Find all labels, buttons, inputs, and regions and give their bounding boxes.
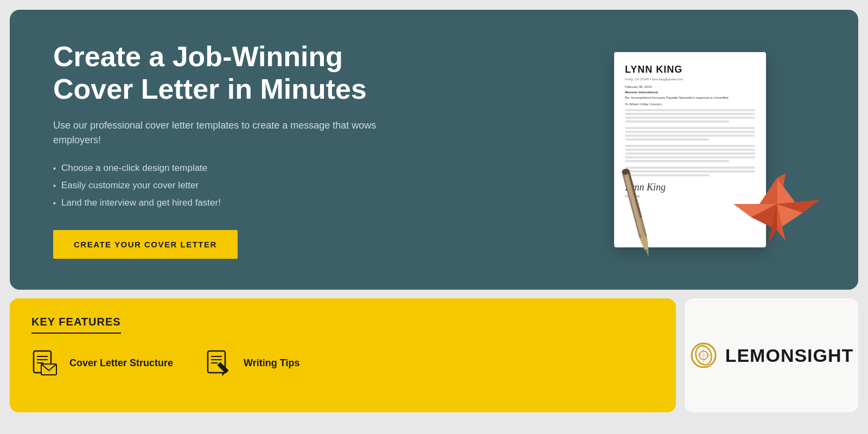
origami-bird-icon [733, 161, 820, 247]
hero-bullet-2: Easily customize your cover letter [53, 180, 390, 191]
doc-subject: Re: Accomplished Accounts Payable Specia… [625, 96, 755, 99]
features-row: Cover Letter Structure Writing Tips [31, 349, 654, 377]
feature-cover-letter-structure[interactable]: Cover Letter Structure [31, 349, 173, 377]
doc-recipient: Monster International [625, 91, 755, 94]
hero-bullet-3: Land the interview and get hired faster! [53, 197, 390, 208]
doc-name: LYNN KING [625, 64, 755, 75]
document-pencil-icon [206, 349, 234, 377]
svg-rect-25 [217, 362, 228, 373]
hero-subtitle: Use our professional cover letter templa… [53, 118, 390, 148]
key-features-title: KEY FEATURES [31, 316, 121, 334]
key-features-card: KEY FEATURES Cover Letter Structure [10, 298, 676, 412]
bottom-section: KEY FEATURES Cover Letter Structure [10, 298, 858, 412]
doc-salutation: To Whom It May Concern, [625, 103, 755, 106]
cta-button[interactable]: CREATE YOUR COVER LETTER [53, 230, 238, 259]
hero-text-block: Create a Job-Winning Cover Letter in Min… [53, 41, 390, 259]
doc-contact: Irving, CA 12345 • lynn.king@gmail.com [625, 78, 755, 81]
svg-marker-4 [644, 249, 650, 257]
document-letter-icon [31, 349, 60, 377]
logo-container: LEMONSIGHT [690, 341, 854, 369]
svg-marker-3 [640, 237, 650, 250]
feature-writing-tips-label: Writing Tips [244, 358, 299, 369]
logo-card: LEMONSIGHT [685, 298, 858, 412]
hero-section: Create a Job-Winning Cover Letter in Min… [10, 10, 858, 290]
hero-visual: LYNN KING Irving, CA 12345 • lynn.king@g… [598, 36, 826, 264]
feature-writing-tips[interactable]: Writing Tips [206, 349, 299, 377]
hero-bullet-1: Choose a one-click design template [53, 163, 390, 174]
hero-title: Create a Job-Winning Cover Letter in Min… [53, 41, 390, 106]
hero-bullets: Choose a one-click design template Easil… [53, 163, 390, 208]
feature-cover-letter-label: Cover Letter Structure [69, 358, 173, 369]
doc-date: February 08, 2019 [625, 85, 755, 88]
lemon-icon [690, 341, 718, 369]
logo-name: LEMONSIGHT [725, 345, 854, 366]
